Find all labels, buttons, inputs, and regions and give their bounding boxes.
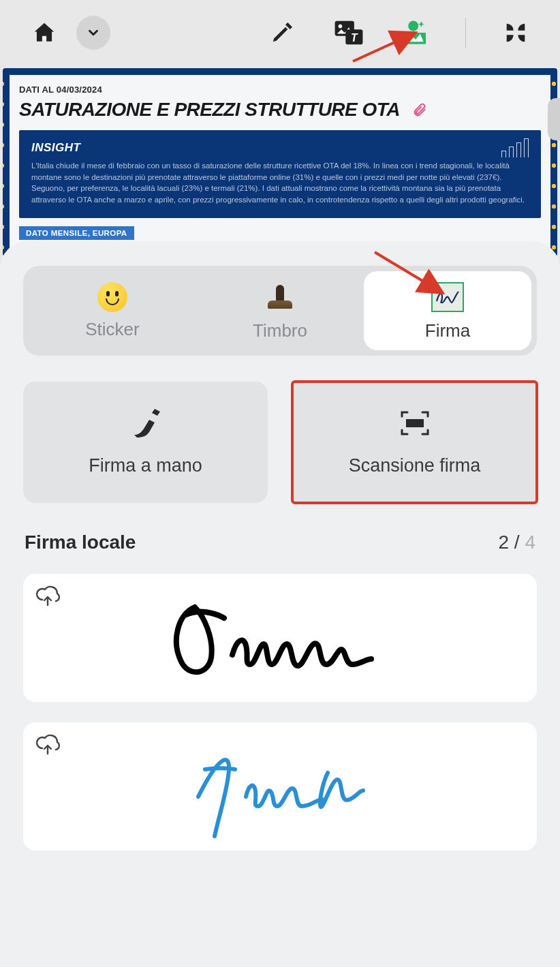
tab-stamp[interactable]: Timbro [196, 271, 364, 350]
image-text-button[interactable]: T [332, 16, 366, 50]
signature-item-2[interactable] [23, 722, 537, 850]
tab-label: Firma [425, 320, 470, 341]
document-date: DATI AL 04/03/2024 [19, 85, 541, 95]
highlighter-icon [268, 19, 296, 46]
tab-label: Sticker [85, 319, 139, 340]
local-signatures-count: 2 / 4 [499, 532, 536, 553]
document-badge: DATO MENSILE, EUROPA [19, 226, 134, 240]
home-button[interactable] [27, 16, 61, 50]
insight-box: INSIGHT L'Italia chiude il mese di febbr… [19, 130, 541, 218]
scan-icon [399, 409, 431, 438]
apps-icon [502, 19, 529, 46]
svg-rect-6 [406, 419, 424, 427]
svg-text:T: T [351, 32, 358, 44]
document-title: SATURAZIONE E PREZZI STRUTTURE OTA [19, 99, 400, 121]
decorate-icon [402, 19, 429, 46]
cloud-upload-icon[interactable] [35, 585, 60, 609]
tab-signature[interactable]: Firma [364, 271, 531, 350]
signature-thumb-icon [431, 281, 464, 313]
insight-body: L'Italia chiude il mese di febbraio con … [31, 160, 529, 206]
top-toolbar: T [0, 0, 560, 65]
home-icon [31, 20, 57, 46]
chevron-down-icon [86, 25, 101, 40]
highlighter-button[interactable] [265, 16, 299, 50]
paperclip-icon [412, 102, 427, 117]
local-signatures-title: Firma locale [25, 532, 136, 553]
signature-preview [157, 587, 403, 689]
tab-bar: Sticker Timbro Firma [23, 266, 537, 356]
signature-sheet: Sticker Timbro Firma [0, 241, 560, 967]
smiley-icon [97, 282, 127, 312]
toolbar-divider [465, 18, 466, 48]
dropdown-button[interactable] [76, 16, 110, 50]
bars-icon [501, 138, 529, 157]
signature-item-1[interactable] [23, 574, 537, 702]
apps-button[interactable] [499, 16, 533, 50]
scan-signature-button[interactable]: Scansione firma [292, 382, 537, 503]
signature-preview [185, 732, 375, 841]
action-label: Scansione firma [349, 455, 481, 476]
svg-point-2 [339, 25, 343, 29]
action-label: Firma a mano [89, 455, 202, 476]
insight-heading: INSIGHT [31, 141, 529, 155]
image-text-icon: T [334, 19, 364, 46]
stamp-icon [264, 281, 296, 313]
tab-sticker[interactable]: Sticker [29, 271, 196, 350]
decorate-button[interactable] [399, 16, 433, 50]
handwrite-signature-button[interactable]: Firma a mano [23, 382, 268, 503]
svg-point-5 [408, 21, 418, 31]
cloud-upload-icon[interactable] [35, 733, 60, 758]
scroll-handle[interactable] [548, 98, 560, 140]
tab-label: Timbro [253, 320, 307, 341]
handwrite-icon [129, 409, 163, 438]
svg-rect-0 [43, 37, 46, 39]
